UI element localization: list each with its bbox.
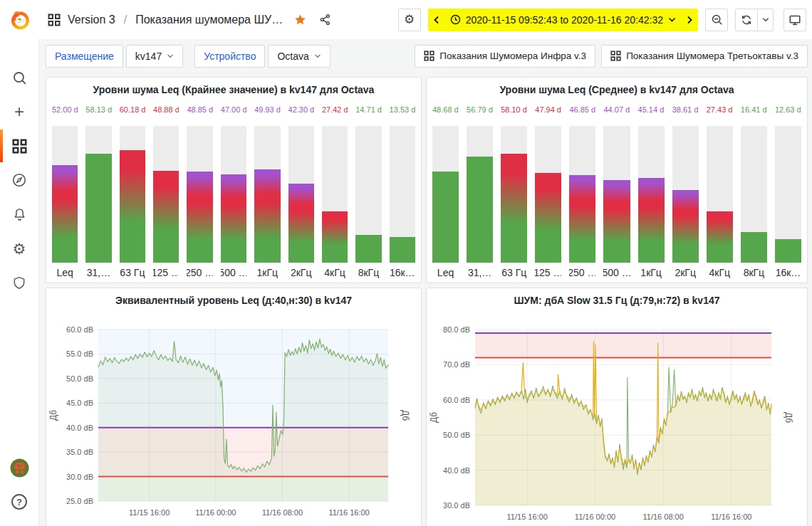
compass-icon [11, 172, 27, 188]
bar-column: 16.41 dB8кГц [741, 102, 767, 278]
dashboards-grid-icon [12, 139, 27, 154]
bar-column: 52.00 dBLeq [52, 102, 78, 278]
dashboard-links: Показания Шумомера Инфра v.3 Показания Ш… [415, 45, 808, 68]
breadcrumb-folder[interactable]: Version 3 [68, 14, 115, 26]
time-range-text: 2020-11-15 09:52:43 to 2020-11-16 20:42:… [466, 14, 663, 26]
sidebar-bottom: ? [0, 451, 39, 526]
bar-category-label: 4кГц [707, 263, 733, 278]
panel-title[interactable]: Уровни шума Leq (Крайнее значение) в kv1… [46, 78, 421, 102]
bar-column: 49.93 dB1кГц [254, 102, 280, 278]
breadcrumb: Version 3 / Показания шумомера ШУ… [39, 14, 331, 26]
star-icon[interactable] [294, 14, 306, 26]
breadcrumb-dashboard-title[interactable]: Показания шумомера ШУ… [135, 14, 283, 26]
panel-title[interactable]: Уровни шума Leq (Среднее) в kv147 для Oc… [427, 78, 807, 102]
y-tick-label: 80.0 dB [443, 325, 470, 334]
zoom-out-button[interactable] [705, 9, 728, 31]
bar-track [501, 126, 527, 263]
bar-fill [52, 165, 78, 263]
panel-bargauge-average: Уровни шума Leq (Среднее) в kv147 для Oc… [426, 77, 808, 283]
bar-column: 47.94 dB125 … [535, 102, 561, 278]
bar-value: 13.53 dB [390, 102, 415, 119]
grafana-logo[interactable] [0, 0, 39, 39]
help-icon: ? [11, 494, 27, 510]
dashboard-link-label: Показания Шумомера Третьоктавы v.3 [626, 51, 798, 61]
bar-category-label: 16к… [775, 263, 801, 278]
y-tick-label: 45.0 dB [66, 399, 93, 407]
bar-category-label: 250 … [569, 263, 595, 278]
panel-bargauge-extreme: Уровни шума Leq (Крайнее значение) в kv1… [46, 77, 422, 283]
bar-column: 46.85 dB250 … [569, 102, 595, 278]
chevron-down-icon [167, 54, 174, 58]
sidebar-item-help[interactable]: ? [0, 485, 39, 519]
bar-fill [187, 172, 212, 263]
sidebar-item-dashboards[interactable] [0, 129, 39, 163]
variable-placement: Размещение kv147 [46, 45, 183, 68]
dashboard-link-infra[interactable]: Показания Шумомера Инфра v.3 [415, 45, 595, 68]
sidebar-item-search[interactable] [0, 61, 39, 95]
zoom-out-icon [711, 14, 723, 26]
bar-category-label: Leq [52, 263, 78, 278]
bar-fill [432, 172, 459, 263]
bar-track [355, 126, 381, 263]
bar-column: 13.53 dB16к… [390, 102, 415, 278]
x-tick-label: 11/16 08:00 [262, 508, 303, 517]
panel-title[interactable]: Эквивалентный уровень Leq (д:40,н:30) в … [46, 288, 421, 312]
sidebar-item-explore[interactable] [0, 163, 39, 197]
time-range-button[interactable]: 2020-11-15 09:52:43 to 2020-11-16 20:42:… [445, 9, 681, 31]
bar-value: 16.41 dB [741, 102, 767, 119]
x-tick-label: 11/15 16:00 [507, 512, 548, 521]
dashboard-link-tretoktavy[interactable]: Показания Шумомера Третьоктавы v.3 [601, 45, 808, 68]
bar-fill [707, 211, 733, 263]
leq-chart[interactable]: 25.0 dB30.0 dB35.0 dB40.0 dB45.0 dB50.0 … [46, 314, 421, 526]
refresh-button-group [735, 9, 774, 31]
time-shift-forward-button[interactable] [681, 9, 698, 31]
bar-column: 38.61 dB2кГц [672, 102, 699, 278]
chevron-down-icon [762, 17, 769, 22]
bar-fill [775, 239, 801, 263]
sidebar-item-alerting[interactable] [0, 197, 39, 231]
sidebar-item-profile[interactable] [0, 451, 39, 485]
variable-label-text: Размещение [55, 51, 114, 62]
bar-value: 49.93 dB [254, 102, 280, 119]
x-tick-label: 11/15 16:00 [129, 508, 170, 517]
top-navbar: Version 3 / Показания шумомера ШУ… ⚙ [0, 0, 812, 39]
bell-icon [12, 207, 27, 222]
bar-value: 27.43 dB [707, 102, 733, 119]
bar-category-label: 31,… [85, 263, 111, 278]
sidebar-item-configuration[interactable]: ⚙ [0, 231, 39, 265]
variable-placement-value-dropdown[interactable]: kv147 [126, 45, 183, 68]
bar-track [187, 126, 212, 263]
sidebar: + ⚙ [0, 39, 39, 526]
y-tick-label: 60.0 dB [66, 325, 93, 334]
bar-column: 47.00 dB500 … [221, 102, 246, 278]
noise-chart[interactable]: 30.0 dB40.0 dB50.0 dB60.0 dB70.0 dB80.0 … [427, 314, 807, 526]
variable-placement-label[interactable]: Размещение [46, 45, 123, 68]
bar-fill [120, 150, 145, 263]
bar-fill [390, 237, 415, 263]
cycle-view-mode-button[interactable] [784, 9, 806, 31]
bar-column: 48.85 dB250 … [187, 102, 212, 278]
sidebar-item-create[interactable]: + [0, 95, 39, 129]
bar-column: 56.79 dB31,… [467, 102, 493, 278]
variable-device-label[interactable]: Устройство [194, 45, 265, 68]
bar-track [85, 126, 111, 263]
variable-value-text: Octava [277, 51, 308, 62]
bar-category-label: 500 … [221, 263, 246, 278]
bar-column: 14.71 dB8кГц [355, 102, 381, 278]
dashboard-settings-button[interactable]: ⚙ [398, 9, 421, 31]
bar-column: 48.68 dBLeq [432, 102, 459, 278]
bar-column: 44.07 dB500 … [603, 102, 630, 278]
shield-icon [12, 275, 26, 290]
variable-device-value-dropdown[interactable]: Octava [268, 45, 330, 68]
x-tick-label: 11/16 16:00 [711, 512, 751, 521]
refresh-interval-dropdown[interactable] [758, 9, 774, 31]
bar-track [467, 126, 493, 263]
avatar [10, 458, 29, 478]
bar-fill [741, 232, 767, 263]
share-icon[interactable] [319, 14, 331, 26]
panel-title[interactable]: ШУМ: дбА Slow 31.5 Гц (д:79,н:72) в kv14… [427, 288, 807, 312]
sidebar-item-server-admin[interactable] [0, 265, 39, 300]
refresh-button[interactable] [735, 9, 758, 31]
clock-icon [450, 14, 461, 25]
time-shift-back-button[interactable] [428, 9, 445, 31]
